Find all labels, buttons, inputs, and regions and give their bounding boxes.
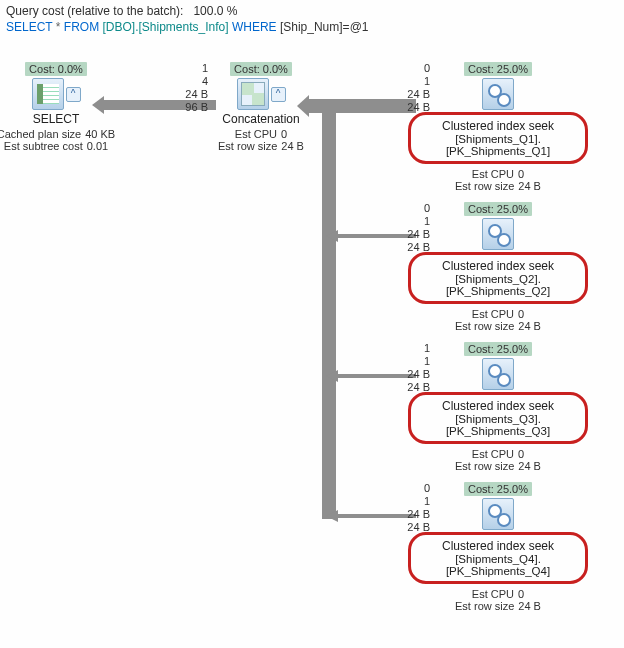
sql-keyword-from: FROM	[64, 20, 99, 34]
concat-icon	[237, 78, 269, 110]
est-cpu-value: 0	[518, 168, 524, 180]
node-title: Concatenation	[222, 112, 299, 126]
cost-badge: Cost: 25.0%	[464, 482, 532, 496]
sql-statement: SELECT * FROM [DBO].[Shipments_Info] WHE…	[6, 20, 618, 34]
subtree-cost-value: 0.01	[87, 140, 108, 152]
index-seek-icon	[482, 498, 514, 530]
est-cpu-value: 0	[518, 588, 524, 600]
est-rowsize-value: 24 B	[518, 320, 541, 332]
est-cpu-value: 0	[518, 308, 524, 320]
plan-node-seek-q3[interactable]: Cost: 25.0% Clustered index seek [Shipme…	[408, 342, 588, 472]
arrow-vertical-bus	[322, 99, 336, 519]
node-title: Clustered index seek	[415, 259, 581, 273]
index-seek-icon	[482, 218, 514, 250]
sql-star: *	[56, 20, 61, 34]
highlight-box: Clustered index seek [Shipments_Q2].[PK_…	[408, 252, 588, 304]
plan-node-select[interactable]: Cost: 0.0% ^ SELECT Cached plan size40 K…	[0, 62, 146, 152]
plan-diagram: Cost: 0.0% ^ SELECT Cached plan size40 K…	[6, 42, 616, 634]
cost-badge: Cost: 0.0%	[230, 62, 292, 76]
est-cpu-label: Est CPU	[472, 168, 514, 180]
est-rowsize-label: Est row size	[218, 140, 277, 152]
batch-cost-header: Query cost (relative to the batch): 100.…	[6, 4, 618, 18]
node-title: Clustered index seek	[415, 399, 581, 413]
est-rowsize-label: Est row size	[455, 600, 514, 612]
cost-badge: Cost: 0.0%	[25, 62, 87, 76]
expand-icon[interactable]: ^	[66, 87, 81, 102]
est-cpu-value: 0	[281, 128, 287, 140]
est-cpu-label: Est CPU	[472, 308, 514, 320]
sql-keyword-where: WHERE	[232, 20, 277, 34]
est-rowsize-value: 24 B	[518, 600, 541, 612]
highlight-box: Clustered index seek [Shipments_Q1].[PK_…	[408, 112, 588, 164]
highlight-box: Clustered index seek [Shipments_Q3].[PK_…	[408, 392, 588, 444]
batch-cost-value: 100.0 %	[193, 4, 237, 18]
cost-badge: Cost: 25.0%	[464, 342, 532, 356]
est-rowsize-label: Est row size	[455, 320, 514, 332]
batch-cost-label: Query cost (relative to the batch):	[6, 4, 183, 18]
index-seek-icon	[482, 358, 514, 390]
est-rowsize-label: Est row size	[455, 460, 514, 472]
plan-size-value: 40 KB	[85, 128, 115, 140]
est-cpu-label: Est CPU	[235, 128, 277, 140]
sql-keyword-select: SELECT	[6, 20, 52, 34]
node-subtitle: [Shipments_Q3].[PK_Shipments_Q3]	[415, 413, 581, 437]
table-icon	[32, 78, 64, 110]
node-title: Clustered index seek	[415, 539, 581, 553]
node-subtitle: [Shipments_Q4].[PK_Shipments_Q4]	[415, 553, 581, 577]
index-seek-icon	[482, 78, 514, 110]
sql-object: [DBO].[Shipments_Info]	[103, 20, 229, 34]
sql-predicate: [Ship_Num]=@1	[280, 20, 369, 34]
est-rowsize-value: 24 B	[518, 180, 541, 192]
plan-node-seek-q2[interactable]: Cost: 25.0% Clustered index seek [Shipme…	[408, 202, 588, 332]
cost-badge: Cost: 25.0%	[464, 62, 532, 76]
est-rowsize-value: 24 B	[518, 460, 541, 472]
plan-size-label: Cached plan size	[0, 128, 81, 140]
plan-node-seek-q1[interactable]: Cost: 25.0% Clustered index seek [Shipme…	[408, 62, 588, 192]
node-subtitle: [Shipments_Q1].[PK_Shipments_Q1]	[415, 133, 581, 157]
est-cpu-label: Est CPU	[472, 448, 514, 460]
expand-icon[interactable]: ^	[271, 87, 286, 102]
highlight-box: Clustered index seek [Shipments_Q4].[PK_…	[408, 532, 588, 584]
plan-node-seek-q4[interactable]: Cost: 25.0% Clustered index seek [Shipme…	[408, 482, 588, 612]
plan-node-concatenation[interactable]: Cost: 0.0% ^ Concatenation Est CPU0 Est …	[171, 62, 351, 152]
node-title: Clustered index seek	[415, 119, 581, 133]
est-rowsize-value: 24 B	[281, 140, 304, 152]
node-subtitle: [Shipments_Q2].[PK_Shipments_Q2]	[415, 273, 581, 297]
est-cpu-value: 0	[518, 448, 524, 460]
est-rowsize-label: Est row size	[455, 180, 514, 192]
subtree-cost-label: Est subtree cost	[4, 140, 83, 152]
node-title: SELECT	[33, 112, 80, 126]
cost-badge: Cost: 25.0%	[464, 202, 532, 216]
est-cpu-label: Est CPU	[472, 588, 514, 600]
